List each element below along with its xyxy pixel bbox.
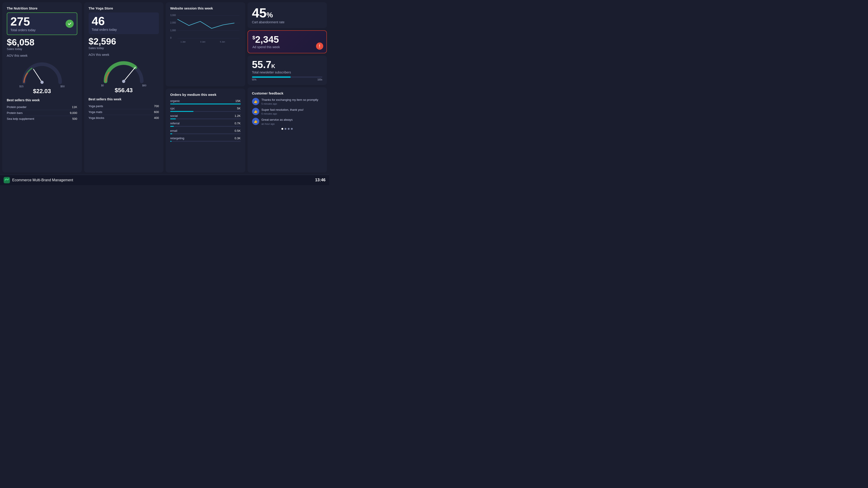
- ad-spend-value: $2,345: [252, 35, 322, 44]
- svg-line-0: [33, 69, 42, 82]
- thumb-icon-1: 👍: [252, 108, 259, 115]
- yoga-gauge-svg: [101, 59, 146, 84]
- nutrition-gauge-min: $15: [20, 85, 24, 88]
- nutrition-gauge: $15 $50 $22.03: [7, 60, 77, 95]
- feedback-time-2: an hour ago: [261, 123, 293, 125]
- cart-abandonment-value: 45%: [252, 6, 322, 20]
- cart-abandonment-label: Cart abandonment rate: [252, 20, 322, 24]
- cart-abandonment-card: 45% Cart abandonment rate: [248, 2, 327, 28]
- col3: Website session this week 3,000 2,000 1,…: [166, 2, 245, 173]
- nutrition-seller-0-name: Protein powder: [7, 105, 26, 109]
- feedback-item-0: 👍 Thanks for exchanging my item so promp…: [252, 98, 322, 105]
- medium-cpc: cpc 5K: [170, 107, 241, 112]
- svg-text:3 Jan: 3 Jan: [200, 41, 205, 43]
- nutrition-gauge-svg: [20, 60, 65, 85]
- svg-text:1 Jan: 1 Jan: [181, 41, 186, 43]
- feedback-content-1: Super fast resolution, thank you! 6 minu…: [261, 108, 304, 115]
- nutrition-gauge-labels: $15 $50: [20, 85, 65, 88]
- medium-social: social 1.2K: [170, 114, 241, 119]
- svg-text:2,000: 2,000: [170, 22, 176, 24]
- nutrition-sales-amount: $6,058: [7, 37, 77, 47]
- footer-time: 13:46: [315, 178, 326, 182]
- feedback-item-2: 👍 Great service as always an hour ago: [252, 118, 322, 125]
- subscribers-progress-labels: 55% 100x: [252, 79, 322, 81]
- svg-text:1,000: 1,000: [170, 29, 176, 32]
- yoga-title: The Yoga Store: [89, 6, 159, 10]
- alert-icon: !: [316, 42, 323, 50]
- dot-0: [281, 128, 283, 130]
- medium-organic-val: 15K: [235, 99, 241, 102]
- yoga-seller-1: Yoga mats 600: [89, 109, 159, 115]
- yoga-best-sellers-title: Best sellers this week: [89, 97, 159, 101]
- website-session-card: Website session this week 3,000 2,000 1,…: [166, 2, 245, 86]
- medium-email-val: 0.5K: [235, 129, 241, 132]
- nutrition-aov-label: AOV this week: [7, 54, 77, 57]
- medium-social-name: social: [170, 114, 178, 118]
- yoga-gauge-labels: $0 $80: [101, 84, 146, 87]
- nutrition-orders-label: Total orders today: [10, 28, 35, 32]
- svg-line-2: [124, 67, 135, 81]
- progress-label-left: 55%: [252, 79, 256, 81]
- footer-left: Ecommerce Multi-Brand Management: [4, 177, 73, 183]
- orders-medium-title: Orders by medium this week: [170, 93, 241, 96]
- medium-retargeting-val: 0.3K: [235, 136, 241, 140]
- feedback-content-2: Great service as always an hour ago: [261, 118, 293, 125]
- nutrition-seller-0: Protein powder 11K: [7, 104, 77, 110]
- yoga-gauge-min: $0: [101, 84, 104, 87]
- nutrition-gauge-max: $50: [60, 85, 64, 88]
- nutrition-title: The Nutrition Store: [7, 6, 77, 10]
- svg-text:5 Jan: 5 Jan: [220, 41, 225, 43]
- ad-spend-dollar: $: [252, 35, 255, 40]
- feedback-time-0: 5 minutes ago: [261, 102, 318, 105]
- nutrition-card: The Nutrition Store 275 Total orders tod…: [2, 2, 82, 173]
- yoga-seller-0: Yoga pants 700: [89, 103, 159, 109]
- medium-cpc-val: 5K: [237, 107, 241, 110]
- nutrition-seller-2-name: Sea kelp supplement: [7, 117, 34, 120]
- subscribers-value: 55.7K: [252, 60, 322, 70]
- dot-1: [285, 128, 286, 130]
- medium-organic: organic 15K: [170, 99, 241, 104]
- dot-3: [291, 128, 293, 130]
- dot-2: [288, 128, 289, 130]
- medium-referral: referral 0.7K: [170, 122, 241, 127]
- medium-organic-name: organic: [170, 99, 180, 102]
- medium-retargeting-name: retargeting: [170, 136, 184, 140]
- nutrition-best-sellers-title: Best sellers this week: [7, 98, 77, 102]
- chart-title: Website session this week: [170, 6, 241, 10]
- yoga-seller-0-name: Yoga pants: [89, 104, 103, 108]
- nutrition-seller-2: Sea kelp supplement 500: [7, 116, 77, 122]
- yoga-seller-1-name: Yoga mats: [89, 110, 102, 114]
- yoga-orders-label: Total orders today: [92, 28, 156, 31]
- footer-app-name: Ecommerce Multi-Brand Management: [12, 178, 73, 182]
- ad-spend-label: Ad spend this week: [252, 45, 322, 49]
- medium-cpc-name: cpc: [170, 107, 175, 110]
- yoga-card: The Yoga Store 46 Total orders today $2,…: [84, 2, 164, 173]
- nutrition-seller-0-val: 11K: [72, 105, 77, 109]
- nutrition-seller-1-val: 9,000: [70, 111, 77, 115]
- yoga-sellers-list: Yoga pants 700 Yoga mats 600 Yoga blocks…: [89, 103, 159, 121]
- app-logo: [4, 177, 10, 183]
- nutrition-seller-2-val: 500: [72, 117, 77, 120]
- progress-label-right: 100x: [317, 79, 322, 81]
- feedback-card: Customer feedback 👍 Thanks for exchangin…: [248, 87, 327, 173]
- yoga-sales-label: Sales today: [89, 46, 159, 50]
- footer: Ecommerce Multi-Brand Management 13:46: [0, 175, 329, 185]
- yoga-sales-amount: $2,596: [89, 36, 159, 46]
- medium-retargeting: retargeting 0.3K: [170, 136, 241, 142]
- nutrition-orders-num: 275: [10, 16, 35, 27]
- nutrition-seller-1: Protein bars 9,000: [7, 110, 77, 116]
- yoga-gauge: $0 $80 $56.43: [89, 59, 159, 94]
- subscribers-label: Total newsletter subscribers: [252, 70, 322, 74]
- feedback-title: Customer feedback: [252, 91, 322, 95]
- nutrition-sellers-list: Protein powder 11K Protein bars 9,000 Se…: [7, 104, 77, 122]
- yoga-aov-value: $56.43: [115, 87, 133, 94]
- medium-email: email 0.5K: [170, 129, 241, 134]
- feedback-item-1: 👍 Super fast resolution, thank you! 6 mi…: [252, 108, 322, 115]
- yoga-seller-0-val: 700: [154, 104, 159, 108]
- yoga-orders-num: 46: [92, 15, 156, 27]
- yoga-gauge-wrap: [101, 59, 146, 84]
- medium-email-name: email: [170, 129, 177, 132]
- ad-spend-card: $2,345 Ad spend this week !: [248, 30, 327, 53]
- yoga-seller-1-val: 600: [154, 110, 159, 114]
- svg-text:3,000: 3,000: [170, 14, 176, 17]
